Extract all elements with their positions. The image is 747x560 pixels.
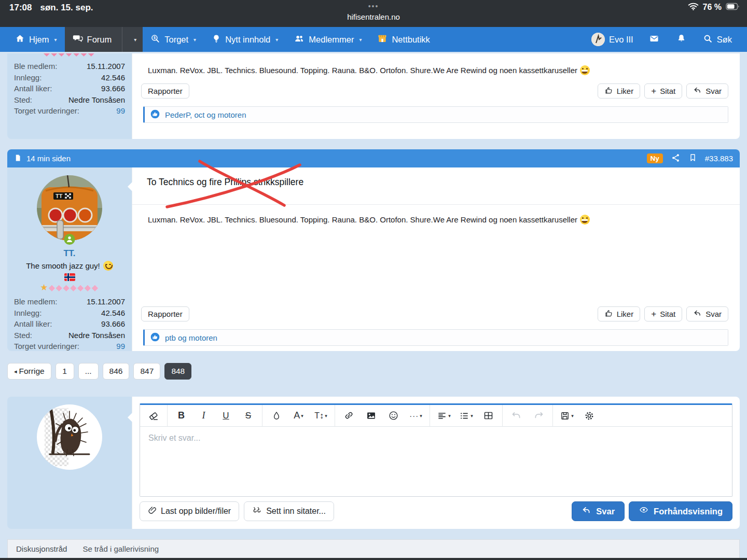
previous-post-content: Luxman. ReVox. JBL. Technics. Bluesound.…	[132, 53, 740, 139]
inbox-button[interactable]	[642, 27, 667, 52]
nav-item-torget[interactable]: $ Torget ▾	[143, 27, 204, 52]
star-medal-icon: ★	[40, 283, 49, 292]
submit-reply-button[interactable]: Svar	[572, 501, 625, 521]
current-user-avatar[interactable]	[36, 404, 103, 470]
forum-chat-icon	[73, 33, 83, 46]
avatar[interactable]: TT	[36, 175, 103, 241]
page-button-847[interactable]: 847	[133, 363, 160, 380]
smiley-icon[interactable]	[382, 405, 405, 427]
table-icon[interactable]	[477, 405, 500, 427]
torget-ratings-link[interactable]: 99	[116, 341, 125, 351]
bottom-edge-bar	[0, 558, 747, 560]
highlight-droplet-icon[interactable]	[265, 405, 287, 427]
editor-toolbar: B I U S A▾ T↕▾ ···▾ ▾ ▾	[140, 405, 732, 427]
reply-editor-panel: B I U S A▾ T↕▾ ···▾ ▾ ▾	[132, 397, 740, 529]
font-color-icon[interactable]: A▾	[287, 405, 310, 427]
prev-page-button[interactable]: ◂Forrige	[7, 363, 51, 380]
quote-button[interactable]: + Sitat	[644, 306, 682, 321]
post-title: To Technics og fire Philips strikkspille…	[147, 177, 727, 188]
nav-item-forum[interactable]: Forum ▾	[65, 27, 143, 52]
nav-item-medlemmer[interactable]: Medlemmer ▾	[286, 27, 369, 52]
reply-textarea[interactable]	[140, 427, 732, 496]
tab-overview-dots[interactable]: •••	[368, 2, 379, 10]
page-button-current-848[interactable]: 848	[164, 363, 191, 380]
gear-icon[interactable]	[578, 405, 600, 427]
reply-button[interactable]: Svar	[686, 83, 728, 99]
users-icon	[294, 34, 305, 46]
nav-item-nytt-innhold[interactable]: Nytt innhold ▾	[204, 27, 286, 52]
main-navigation: Hjem ▾ Forum ▾ $ Torget ▾ Nytt innhold ▾…	[0, 27, 747, 52]
tab-divider	[122, 27, 122, 52]
thread-view-tabs: Diskusjonstråd Se tråd i gallerivisning	[7, 539, 740, 558]
image-icon[interactable]	[360, 405, 382, 427]
share-icon[interactable]	[671, 153, 681, 164]
liked-by-bar[interactable]: ptb og motoren	[143, 329, 728, 346]
battery-percent: 76 %	[703, 3, 722, 12]
user-stats: Ble medlem:15.11.2007 Innlegg:42.546 Ant…	[7, 58, 132, 117]
nav-item-nettbutikk[interactable]: Nettbutikk	[369, 27, 437, 52]
report-button[interactable]: Rapporter	[141, 83, 189, 99]
quote-marks-icon	[252, 506, 262, 517]
account-menu[interactable]: Evo III	[586, 33, 639, 46]
left-triangle-icon: ◂	[14, 368, 17, 375]
strikethrough-icon[interactable]: S	[237, 405, 259, 427]
undo-icon[interactable]	[505, 405, 528, 427]
alerts-button[interactable]	[670, 27, 693, 52]
rich-text-editor: B I U S A▾ T↕▾ ···▾ ▾ ▾	[140, 403, 732, 497]
like-circle-icon	[150, 332, 160, 344]
thumbs-up-icon	[604, 309, 613, 319]
bookmark-icon[interactable]	[688, 153, 697, 164]
page-button-1[interactable]: 1	[56, 363, 74, 380]
remove-format-icon[interactable]	[142, 405, 164, 427]
underline-icon[interactable]: U	[215, 405, 237, 427]
like-button[interactable]: Liker	[598, 83, 641, 99]
post-body-text: Luxman. ReVox. JBL. Technics. Bluesound.…	[148, 215, 727, 225]
battery-icon	[726, 3, 740, 12]
username-link[interactable]: TT.	[7, 248, 132, 258]
align-icon[interactable]: ▾	[433, 405, 455, 427]
post-number-link[interactable]: #33.883	[705, 154, 733, 163]
post-timestamp[interactable]: 14 min siden	[26, 154, 71, 163]
page-ellipsis[interactable]: ...	[78, 363, 99, 380]
tab-gallerivisning[interactable]: Se tråd i gallerivisning	[82, 544, 159, 553]
tab-diskusjonstrad[interactable]: Diskusjonstråd	[16, 544, 67, 553]
torget-ratings-link[interactable]: 99	[116, 105, 125, 117]
insert-quotes-button[interactable]: Sett inn sitater...	[244, 501, 334, 521]
wink-emoji	[103, 261, 113, 271]
like-button[interactable]: Liker	[598, 306, 641, 321]
user-stats: Ble medlem:15.11.2007 Innlegg:42.546 Ant…	[7, 293, 132, 351]
forum-dropdown-toggle[interactable]: ▾	[127, 27, 143, 52]
link-icon[interactable]	[338, 405, 360, 427]
reply-button[interactable]: Svar	[686, 306, 728, 321]
liked-by-bar[interactable]: PederP, oct og motoren	[143, 106, 728, 123]
italic-icon[interactable]: I	[192, 405, 215, 427]
plus-icon: +	[651, 309, 656, 319]
bold-icon[interactable]: B	[170, 405, 192, 427]
chevron-down-icon: ▾	[54, 37, 57, 43]
previous-post-user-panel: ◆◆◆◆◆◆◆ Ble medlem:15.11.2007 Innlegg:42…	[7, 53, 132, 139]
list-icon[interactable]: ▾	[455, 405, 477, 427]
post-body-text: Luxman. ReVox. JBL. Technics. Bluesound.…	[148, 65, 727, 75]
plus-icon: +	[651, 86, 656, 96]
font-size-icon[interactable]: T↕▾	[310, 405, 332, 427]
bell-icon	[676, 33, 686, 46]
user-tagline: The smooth jazz guy!	[7, 261, 132, 271]
pagination: ◂Forrige 1 ... 846 847 848	[7, 363, 740, 380]
current-user-panel	[7, 397, 132, 529]
redo-icon[interactable]	[528, 405, 550, 427]
report-button[interactable]: Rapporter	[141, 306, 189, 321]
reply-arrow-icon	[693, 86, 702, 96]
nav-item-hjem[interactable]: Hjem ▾	[7, 27, 65, 52]
thumbs-up-icon	[604, 86, 613, 96]
preview-button[interactable]: Forhåndsvisning	[629, 501, 732, 521]
search-button[interactable]: Søk	[696, 27, 739, 52]
new-badge: Ny	[647, 153, 663, 164]
more-options-icon[interactable]: ···▾	[405, 405, 427, 427]
divider	[132, 204, 740, 205]
upload-files-button[interactable]: Last opp bilder/filer	[140, 501, 239, 521]
quote-button[interactable]: + Sitat	[644, 83, 682, 99]
chevron-down-icon: ▾	[275, 37, 278, 43]
page-button-846[interactable]: 846	[103, 363, 130, 380]
address-url[interactable]: hifisentralen.no	[347, 12, 400, 21]
drafts-save-icon[interactable]: ▾	[556, 405, 578, 427]
